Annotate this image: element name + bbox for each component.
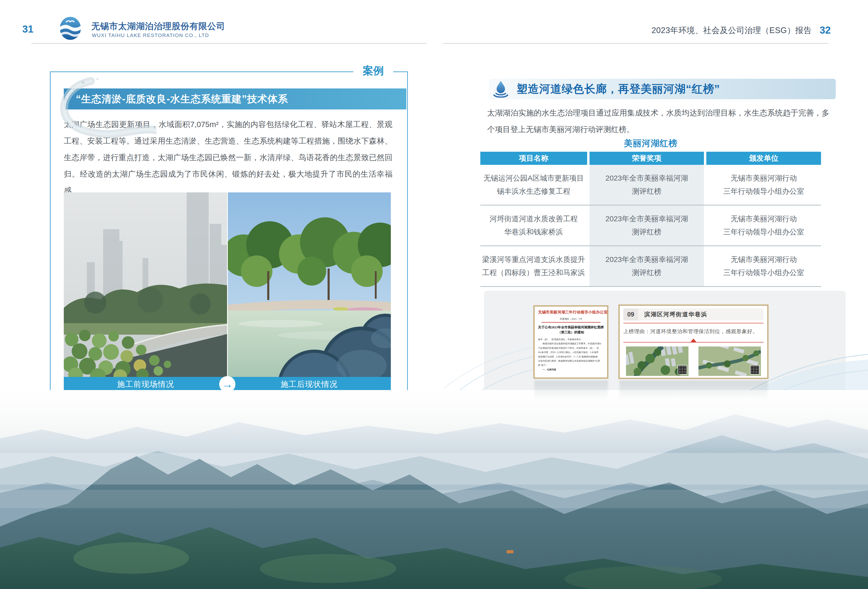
notice-title: 无锡市美丽河湖三年行动领导小组办公室 <box>538 310 604 315</box>
certificate-award: 09 滨湖区河埒街道华巷浜 上榜理由：河道环境整治和管理保洁到位，感观形象好。 <box>619 304 769 379</box>
page-number-right: 32 <box>820 25 831 36</box>
arrow-right-icon: → <box>219 376 235 393</box>
notice-body-line: 榜”如下： <box>538 363 604 367</box>
page-number-left: 31 <box>22 24 33 35</box>
qr-code-icon <box>678 365 687 375</box>
esg-report-spread: 31 无锡市太湖湖泊治理股份有限公司 WUXI TAIHU LAKE RESTO… <box>0 0 868 589</box>
notice-body-line: 于近期组织对各地区河道进行了暗访，共抽查各市（县）、区 <box>538 346 604 350</box>
award-header: 09 滨湖区河埒街道华巷浜 <box>623 309 763 320</box>
table-row: 梁溪河等重点河道支浜水质提升 工程（四标段）曹王泾和马家浜 2023年全市美丽幸… <box>480 246 821 286</box>
cell-line: 三年行动领导小组办公室 <box>723 185 804 198</box>
cell-line: 河埒街道河道水质改善工程 <box>490 213 578 226</box>
cell-line: 无锡市美丽河湖行动 <box>731 172 797 185</box>
award-reason: 上榜理由：河道环境整治和管理保洁到位，感观形象好。 <box>623 328 763 335</box>
table-title: 美丽河湖红榜 <box>480 137 821 149</box>
header-divider-right <box>443 43 828 44</box>
triangle-up-icon <box>691 339 696 342</box>
award-title: 滨湖区河埒街道华巷浜 <box>644 310 707 318</box>
cell-line: 无锡市美丽河湖行动 <box>731 253 797 266</box>
certificate-notice: 无锡市美丽河湖三年行动领导小组办公室 市美湖办〔2023〕5号 关于公布2023… <box>533 305 608 379</box>
company-name-en: WUXI TAIHU LAKE RESTORATION CO., LTD <box>92 32 209 38</box>
aerial-photo <box>698 347 761 376</box>
cell-line: 华巷浜和钱家桥浜 <box>504 226 563 239</box>
company-name-cn: 无锡市太湖湖泊治理股份有限公司 <box>92 21 225 32</box>
notice-body-line: 一、红榜河道 <box>538 368 604 372</box>
award-number: 09 <box>623 309 638 320</box>
row-divider <box>480 286 821 287</box>
aerial-photo <box>626 347 688 376</box>
cell-line: 三年行动领导小组办公室 <box>723 226 804 239</box>
caption-after: 施工后现状情况 <box>227 377 391 392</box>
photo-after-construction <box>228 192 391 377</box>
cell-line: 无锡市美丽河湖行动 <box>731 213 797 226</box>
red-divider <box>623 342 763 342</box>
water-drop-icon <box>493 80 509 97</box>
notice-body-line: 各市（县）、区美丽河湖办，市各相关单位： <box>538 337 604 341</box>
cell-line: 无锡运河公园A区城市更新项目 <box>483 172 584 185</box>
red-rule <box>623 323 763 323</box>
notice-body-line: 根据无锡市深化美丽幸福河湖建设工作要求，市美丽河湖办 <box>538 341 604 346</box>
section-title-bar: 塑造河道绿色长廊，再登美丽河湖“红榜” <box>489 79 836 99</box>
cell-line: 2023年全市美丽幸福河湖 <box>605 253 688 266</box>
cell-project: 梁溪河等重点河道支浜水质提升 工程（四标段）曹王泾和马家浜 <box>480 246 587 286</box>
header-divider-left <box>31 43 427 44</box>
award-photos <box>623 347 763 376</box>
cell-line: 三年行动领导小组办公室 <box>723 266 804 279</box>
cell-issuer: 无锡市美丽河湖行动 三年行动领导小组办公室 <box>706 165 821 205</box>
table-header-project: 项目名称 <box>480 152 587 165</box>
section-intro-text: 太湖湖泊实施的水生态治理项目通过应用集成技术，水质均达到治理目标，水生态系统趋于… <box>487 105 830 137</box>
notice-doc-number: 市美湖办〔2023〕5号 <box>538 317 604 321</box>
certificate-reflection <box>534 381 608 400</box>
cell-line: 测评红榜 <box>632 226 661 239</box>
certificate-reflection <box>619 381 768 400</box>
cell-line: 梁溪河等重点河道支浜水质提升 <box>482 253 585 266</box>
cell-line: 工程（四标段）曹王泾和马家浜 <box>482 266 585 279</box>
cell-award: 2023年全市美丽幸福河湖 测评红榜 <box>589 205 704 245</box>
red-list-table: 项目名称 荣誉奖项 颁发单位 无锡运河公园A区城市更新项目 锡丰浜水生态修复工程… <box>480 152 821 287</box>
cell-award: 2023年全市美丽幸福河湖 测评红榜 <box>589 165 704 205</box>
table-row: 河埒街道河道水质改善工程 华巷浜和钱家桥浜 2023年全市美丽幸福河湖 测评红榜… <box>480 205 821 245</box>
notice-body-line: 402条河道，针对1.入河排口整治，2.控流截污情况，3.水域岸 <box>538 350 604 354</box>
cell-project: 河埒街道河道水质改善工程 华巷浜和钱家桥浜 <box>480 205 587 245</box>
case-title: “生态清淤-底质改良-水生态系统重建”技术体系 <box>76 92 288 106</box>
red-rule <box>542 322 601 323</box>
cell-issuer: 无锡市美丽河湖行动 三年行动领导小组办公室 <box>706 205 821 245</box>
case-title-bar: “生态清淤-底质改良-水生态系统重建”技术体系 <box>64 89 406 109</box>
caption-before: 施工前现场情况 <box>64 377 227 392</box>
notice-subject: 关于公布2023年全市美丽幸福河湖测评红黑榜（第三批）的通知 <box>538 325 604 335</box>
case-badge: 案例 <box>353 63 393 78</box>
table-header-row: 项目名称 荣誉奖项 颁发单位 <box>480 152 821 165</box>
notice-body: 各市（县）、区美丽河湖办，市各相关单位： 根据无锡市深化美丽幸福河湖建设工作要求… <box>538 337 604 372</box>
section-title: 塑造河道绿色长廊，再登美丽河湖“红榜” <box>517 82 720 96</box>
cell-line: 锡丰浜水生态修复工程 <box>497 185 570 198</box>
table-row: 无锡运河公园A区城市更新项目 锡丰浜水生态修复工程 2023年全市美丽幸福河湖 … <box>480 165 821 205</box>
table-header-award: 荣誉奖项 <box>589 152 704 165</box>
cell-project: 无锡运河公园A区城市更新项目 锡丰浜水生态修复工程 <box>480 165 587 205</box>
table-header-issuer: 颁发单位 <box>706 152 821 165</box>
notice-body-line: 线违规行为清理，4.河湖长效管护，5.“三无”船舶和住家船整 <box>538 354 604 359</box>
cell-line: 2023年全市美丽幸福河湖 <box>605 172 688 185</box>
qr-code-icon <box>750 365 760 375</box>
cell-line: 2023年全市美丽幸福河湖 <box>605 213 688 226</box>
report-title: 2023年环境、社会及公司治理（ESG）报告 <box>651 25 812 36</box>
cell-line: 测评红榜 <box>632 185 661 198</box>
cell-issuer: 无锡市美丽河湖行动 三年行动领导小组办公室 <box>706 246 821 286</box>
photo-before-construction <box>64 192 227 377</box>
mountain-landscape-photo <box>0 390 868 589</box>
cell-award: 2023年全市美丽幸福河湖 测评红榜 <box>589 246 704 286</box>
report-header-right: 2023年环境、社会及公司治理（ESG）报告 32 <box>651 25 831 36</box>
case-body-text: 太湖广场生态园更新项目，水域面积7,075m²，实施的内容包括绿化工程、驿站木屋… <box>64 116 393 199</box>
company-logo-icon <box>59 16 81 40</box>
notice-body-line: 治等内容进行测评，根据测评结果公布美丽幸福河湖测评“红黑 <box>538 359 604 363</box>
cell-line: 测评红榜 <box>632 266 661 279</box>
